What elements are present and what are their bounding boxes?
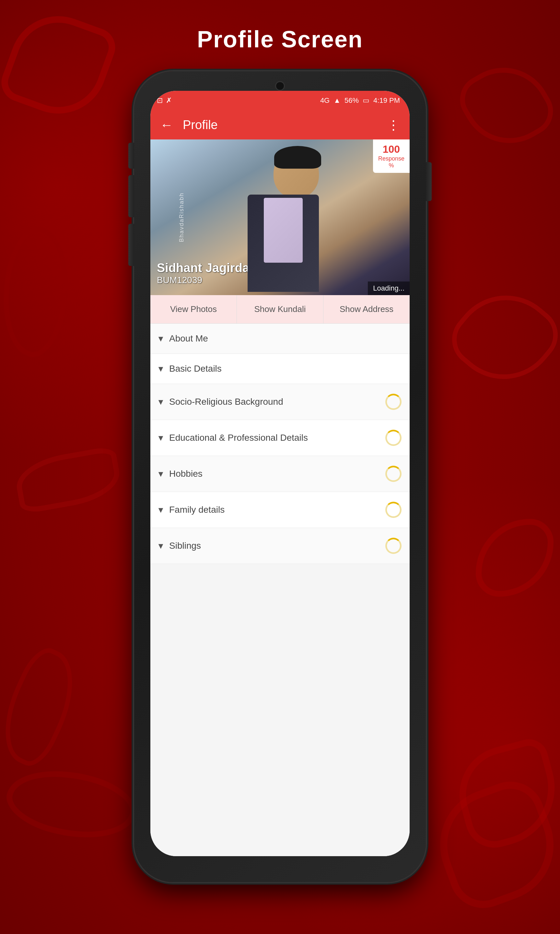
section-item-socio-religious[interactable]: ▾ Socio-Religious Background bbox=[150, 384, 410, 420]
signal-icon: ▲ bbox=[334, 96, 341, 105]
expand-arrow-icon: ▾ bbox=[158, 469, 163, 479]
expand-arrow-icon: ▾ bbox=[158, 505, 163, 515]
response-badge: 100 Response% bbox=[373, 139, 410, 173]
image-status-icon: ⊡ bbox=[157, 96, 163, 105]
swirl-decoration bbox=[0, 3, 120, 128]
swirl-decoration bbox=[441, 273, 560, 401]
loading-overlay: Loading... bbox=[368, 282, 410, 295]
section-item-basic-details[interactable]: ▾ Basic Details bbox=[150, 354, 410, 384]
loading-spinner bbox=[385, 394, 402, 410]
loading-spinner bbox=[385, 538, 402, 554]
section-label: Siblings bbox=[169, 541, 385, 551]
profile-id: BUM12039 bbox=[157, 275, 254, 285]
loading-spinner bbox=[385, 430, 402, 446]
profile-photo-container: BhavdaRishabh 100 Response% Loading... S… bbox=[150, 139, 410, 295]
expand-arrow-icon: ▾ bbox=[158, 541, 163, 551]
swirl-decoration bbox=[0, 222, 79, 362]
response-label: Response% bbox=[378, 155, 405, 169]
section-item-siblings[interactable]: ▾ Siblings bbox=[150, 528, 410, 564]
volume-up-button bbox=[128, 143, 134, 169]
section-item-hobbies[interactable]: ▾ Hobbies bbox=[150, 456, 410, 492]
profile-info: Sidhant Jagirdar BUM12039 bbox=[157, 261, 254, 285]
show-address-button[interactable]: Show Address bbox=[323, 295, 410, 323]
watermark: BhavdaRishabh bbox=[178, 192, 185, 242]
section-label: Family details bbox=[169, 505, 385, 515]
phone-body: ⊡ ✗ 4G ▲ 56% ▭ 4:19 PM ← Profile ⋮ bbox=[134, 71, 426, 882]
app-bar: ← Profile ⋮ bbox=[150, 110, 410, 139]
swirl-decoration bbox=[0, 642, 90, 772]
section-label: Hobbies bbox=[169, 469, 385, 479]
power-button bbox=[426, 162, 432, 201]
section-label: Educational & Professional Details bbox=[169, 433, 385, 443]
volume-down-button bbox=[128, 175, 134, 217]
phone-device: ⊡ ✗ 4G ▲ 56% ▭ 4:19 PM ← Profile ⋮ bbox=[134, 71, 426, 882]
phone-screen: ⊡ ✗ 4G ▲ 56% ▭ 4:19 PM ← Profile ⋮ bbox=[150, 91, 410, 856]
battery-icon: ▭ bbox=[363, 96, 369, 105]
section-item-family-details[interactable]: ▾ Family details bbox=[150, 492, 410, 528]
status-bar-right: 4G ▲ 56% ▭ 4:19 PM bbox=[320, 96, 400, 105]
camera-button bbox=[128, 224, 134, 266]
loading-spinner bbox=[385, 466, 402, 482]
back-button[interactable]: ← bbox=[160, 118, 173, 132]
swirl-decoration bbox=[476, 519, 554, 597]
section-label: Basic Details bbox=[169, 364, 402, 374]
page-title: Profile Screen bbox=[0, 26, 560, 52]
action-buttons-row: View Photos Show Kundali Show Address bbox=[150, 295, 410, 324]
expand-arrow-icon: ▾ bbox=[158, 433, 163, 443]
front-camera bbox=[275, 81, 285, 91]
section-item-about-me[interactable]: ▾ About Me bbox=[150, 324, 410, 354]
profile-name: Sidhant Jagirdar bbox=[157, 261, 254, 275]
slash-status-icon: ✗ bbox=[166, 96, 172, 105]
battery-percent: 56% bbox=[345, 96, 359, 105]
loading-spinner bbox=[385, 502, 402, 518]
hair-sim bbox=[274, 146, 321, 169]
section-label: Socio-Religious Background bbox=[169, 397, 385, 407]
swirl-decoration bbox=[12, 445, 124, 514]
more-options-button[interactable]: ⋮ bbox=[387, 117, 400, 132]
show-kundali-button[interactable]: Show Kundali bbox=[237, 295, 323, 323]
app-bar-title: Profile bbox=[183, 118, 377, 132]
section-list: ▾ About Me ▾ Basic Details ▾ Socio-Relig… bbox=[150, 324, 410, 856]
status-bar: ⊡ ✗ 4G ▲ 56% ▭ 4:19 PM bbox=[150, 91, 410, 110]
network-type: 4G bbox=[320, 96, 329, 105]
swirl-decoration bbox=[451, 50, 560, 161]
status-bar-left-icons: ⊡ ✗ bbox=[157, 96, 172, 105]
section-item-educational[interactable]: ▾ Educational & Professional Details bbox=[150, 420, 410, 456]
time-display: 4:19 PM bbox=[373, 96, 400, 105]
expand-arrow-icon: ▾ bbox=[158, 334, 163, 344]
view-photos-button[interactable]: View Photos bbox=[150, 295, 237, 323]
expand-arrow-icon: ▾ bbox=[158, 397, 163, 407]
expand-arrow-icon: ▾ bbox=[158, 364, 163, 374]
screen-content: ⊡ ✗ 4G ▲ 56% ▭ 4:19 PM ← Profile ⋮ bbox=[150, 91, 410, 856]
section-label: About Me bbox=[169, 333, 402, 344]
swirl-decoration bbox=[0, 756, 142, 852]
response-number: 100 bbox=[378, 143, 405, 155]
shirt-sim bbox=[264, 198, 303, 263]
